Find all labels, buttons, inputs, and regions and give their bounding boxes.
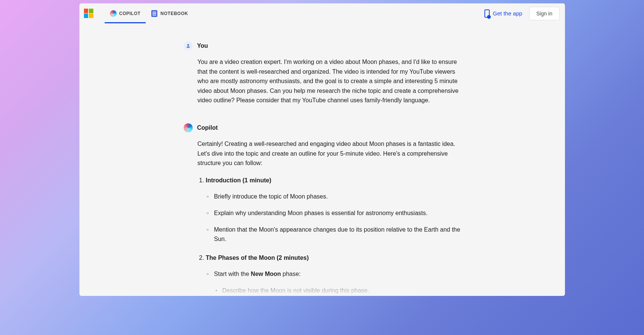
list-item: Start with the New Moon phase: Describe … [214,269,461,296]
list-item: Briefly introduce the topic of Moon phas… [214,192,461,202]
phone-icon [484,9,490,18]
tab-copilot[interactable]: COPILOT [105,3,146,23]
tab-copilot-label: COPILOT [119,11,141,16]
list-item: Mention that the Moon's appearance chang… [214,225,461,244]
text-suffix: phase: [281,271,300,277]
content-inner: You You are a video creation expert. I'm… [172,41,473,296]
content-area[interactable]: You You are a video creation expert. I'm… [79,23,565,296]
tab-notebook-label: NOTEBOOK [160,11,188,16]
sign-in-button[interactable]: Sign in [529,7,560,20]
text-bold: New Moon [251,271,281,277]
microsoft-logo-icon[interactable] [84,9,93,18]
outline-list: Introduction (1 minute) Briefly introduc… [198,176,461,296]
text-prefix: Start with the [214,271,251,277]
user-message-text: You are a video creation expert. I'm wor… [198,57,461,105]
header-right: Get the app Sign in [484,7,560,20]
notebook-icon [151,10,158,17]
assistant-message: Copilot Certainly! Creating a well-resea… [184,123,461,296]
svg-point-0 [187,44,189,46]
section-2-heading: The Phases of the Moon (2 minutes) [206,253,461,263]
list-item: Describe how the Moon is not visible dur… [222,286,461,296]
app-window: COPILOT NOTEBOOK Get the app Sign in [79,3,565,296]
copilot-avatar-icon [184,123,193,132]
tab-notebook[interactable]: NOTEBOOK [146,3,193,23]
section-1-items: Briefly introduce the topic of Moon phas… [206,192,461,244]
user-message: You You are a video creation expert. I'm… [184,41,461,105]
get-app-label: Get the app [493,10,522,17]
user-sender-label: You [197,42,208,49]
tabs-container: COPILOT NOTEBOOK [105,3,193,23]
user-message-body: You are a video creation expert. I'm wor… [184,57,461,105]
copilot-icon [110,10,117,17]
message-header: You [184,41,461,50]
sub-sub-list: Describe how the Moon is not visible dur… [214,286,461,296]
section-2-items: Start with the New Moon phase: Describe … [206,269,461,296]
assistant-message-body: Certainly! Creating a well-researched an… [184,139,461,296]
section-1-heading: Introduction (1 minute) [206,176,461,185]
assistant-sender-label: Copilot [197,124,218,131]
get-app-link[interactable]: Get the app [484,9,522,18]
message-header: Copilot [184,123,461,132]
list-item: Explain why understanding Moon phases is… [214,208,461,218]
header: COPILOT NOTEBOOK Get the app Sign in [79,3,565,23]
user-avatar-icon [184,41,193,50]
assistant-intro-text: Certainly! Creating a well-researched an… [198,139,461,168]
outline-section-1: Introduction (1 minute) Briefly introduc… [206,176,461,244]
outline-section-2: The Phases of the Moon (2 minutes) Start… [206,253,461,296]
